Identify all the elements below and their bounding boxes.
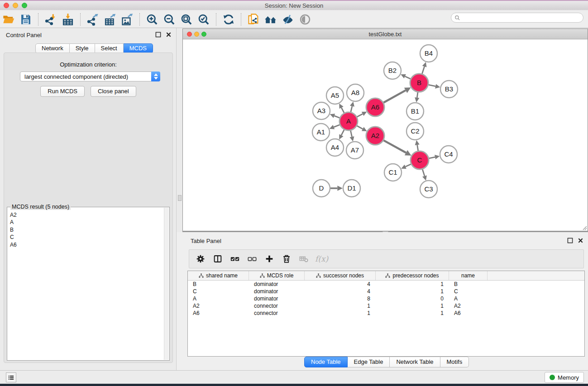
table-tab-network-table[interactable]: Network Table: [390, 357, 440, 367]
zoom-window-button[interactable]: [22, 3, 27, 8]
network-canvas[interactable]: B4B2BB3B1A5A8A3A6AA1A2A4A7C2C4CC1C3DD1: [183, 39, 588, 231]
graph-node-A7[interactable]: A7: [346, 142, 363, 159]
graph-edge-A-A8[interactable]: [350, 101, 354, 112]
result-scrollbar[interactable]: [164, 208, 169, 360]
graph-node-A1[interactable]: A1: [312, 124, 330, 141]
column-header-name[interactable]: name: [449, 271, 488, 280]
delete-column-button[interactable]: [279, 251, 294, 267]
export-image-button[interactable]: [120, 12, 135, 27]
graph-node-C1[interactable]: C1: [384, 164, 402, 181]
search-input[interactable]: [460, 14, 583, 22]
zoom-out-button[interactable]: [162, 12, 177, 27]
delete-table-button[interactable]: [296, 251, 311, 267]
run-mcds-button[interactable]: Run MCDS: [40, 86, 85, 97]
column-header-successor-nodes[interactable]: successor nodes: [305, 271, 376, 280]
resize-grip-icon[interactable]: [582, 225, 587, 230]
task-history-button[interactable]: [6, 372, 16, 382]
graph-node-B1[interactable]: B1: [406, 103, 424, 120]
graph-edge-A-A7[interactable]: [349, 131, 354, 142]
graph-edge-A-A1[interactable]: [330, 125, 340, 129]
memory-button[interactable]: Memory: [545, 372, 584, 383]
graph-node-C4[interactable]: C4: [440, 146, 457, 163]
table-tab-motifs[interactable]: Motifs: [440, 357, 469, 367]
graph-edge-A2-C[interactable]: [383, 140, 411, 156]
mcds-result-item[interactable]: A2: [10, 211, 164, 219]
table-options-button[interactable]: [193, 251, 208, 267]
mcds-result-item[interactable]: B: [10, 226, 164, 234]
hide-panels-button[interactable]: [280, 12, 296, 27]
table-row[interactable]: A6connector11A6: [188, 310, 584, 317]
graph-edge-A-A5[interactable]: [339, 104, 344, 113]
network-zoom-button[interactable]: [201, 32, 206, 37]
graph-edge-B-B1[interactable]: [415, 92, 419, 102]
mcds-result-list[interactable]: A2ABCA6: [7, 208, 164, 360]
graph-node-D[interactable]: D: [313, 180, 330, 197]
save-session-button[interactable]: [18, 12, 33, 27]
tab-style[interactable]: Style: [70, 43, 95, 53]
graph-edge-B-B4[interactable]: [422, 62, 426, 74]
graph-node-C[interactable]: C: [411, 151, 429, 169]
tab-network[interactable]: Network: [35, 43, 70, 53]
function-builder-button[interactable]: f(x): [315, 254, 328, 263]
graph-node-A[interactable]: A: [339, 112, 358, 130]
graph-edge-A-A4[interactable]: [339, 130, 344, 140]
graph-edge-A-A3[interactable]: [330, 114, 340, 118]
graph-edge-C-C3[interactable]: [422, 169, 427, 181]
select-all-button[interactable]: [227, 251, 243, 267]
graph-node-A3[interactable]: A3: [313, 102, 330, 119]
graph-node-A5[interactable]: A5: [326, 87, 344, 104]
network-close-button[interactable]: [187, 32, 192, 37]
graph-edge-C-C4[interactable]: [429, 155, 440, 159]
graph-node-A8[interactable]: A8: [347, 84, 364, 101]
zoom-in-button[interactable]: [144, 12, 160, 27]
table-row[interactable]: Bdominator41B: [188, 281, 584, 288]
table-row[interactable]: Cdominator41C: [188, 288, 584, 295]
network-minimize-button[interactable]: [194, 32, 199, 37]
tab-mcds[interactable]: MCDS: [124, 43, 153, 53]
home-button[interactable]: [263, 12, 278, 27]
close-window-button[interactable]: [4, 3, 9, 8]
deselect-all-button[interactable]: [244, 251, 260, 267]
mcds-result-item[interactable]: C: [10, 234, 164, 241]
clone-network-button[interactable]: [246, 12, 261, 27]
close-panel-icon[interactable]: [578, 238, 583, 243]
criterion-select[interactable]: largest connected component (directed): [20, 71, 160, 81]
float-panel-icon[interactable]: [567, 238, 573, 243]
graph-node-C2[interactable]: C2: [406, 123, 424, 140]
column-header-predecessor-nodes[interactable]: predecessor nodes: [376, 271, 449, 280]
column-header-shared-name[interactable]: shared name: [188, 271, 249, 280]
refresh-layout-button[interactable]: [221, 12, 236, 27]
close-panel-button[interactable]: Close panel: [91, 86, 136, 97]
graph-edge-A-A6[interactable]: [357, 112, 367, 117]
minimize-window-button[interactable]: [13, 3, 18, 8]
graph-edge-B-B2[interactable]: [401, 74, 411, 79]
export-table-button[interactable]: [102, 12, 118, 27]
column-header-mcds-role[interactable]: MCDS role: [249, 271, 305, 280]
table-row[interactable]: A2connector11A2: [188, 302, 584, 310]
graph-node-B3[interactable]: B3: [440, 81, 458, 98]
export-network-button[interactable]: [85, 12, 100, 27]
network-window-titlebar[interactable]: testGlobe.txt: [183, 29, 588, 39]
graph-node-B[interactable]: B: [410, 74, 428, 92]
mcds-result-item[interactable]: A: [10, 219, 164, 226]
graph-edge-C-C1[interactable]: [401, 164, 411, 169]
graph-node-B4[interactable]: B4: [420, 45, 437, 62]
mcds-result-item[interactable]: A6: [10, 241, 164, 248]
zoom-fit-button[interactable]: [179, 12, 194, 27]
table-tab-edge-table[interactable]: Edge Table: [348, 357, 390, 367]
graph-edge-D-D1[interactable]: [330, 186, 343, 191]
add-column-button[interactable]: [262, 251, 277, 267]
table-row[interactable]: Adominator80A: [188, 295, 584, 302]
graph-node-A4[interactable]: A4: [326, 139, 344, 156]
tab-select[interactable]: Select: [95, 43, 124, 53]
float-panel-icon[interactable]: [155, 32, 161, 38]
graph-edge-A-A2[interactable]: [357, 126, 367, 131]
vertical-splitter-handle[interactable]: [178, 195, 182, 201]
graph-node-C3[interactable]: C3: [420, 181, 437, 198]
show-panels-button[interactable]: [297, 12, 313, 27]
graph-edge-C-C2[interactable]: [415, 140, 420, 151]
zoom-selected-button[interactable]: [196, 12, 211, 27]
import-table-button[interactable]: [60, 12, 76, 27]
graph-edge-A6-B[interactable]: [383, 87, 411, 103]
column-selector-button[interactable]: [210, 251, 225, 267]
